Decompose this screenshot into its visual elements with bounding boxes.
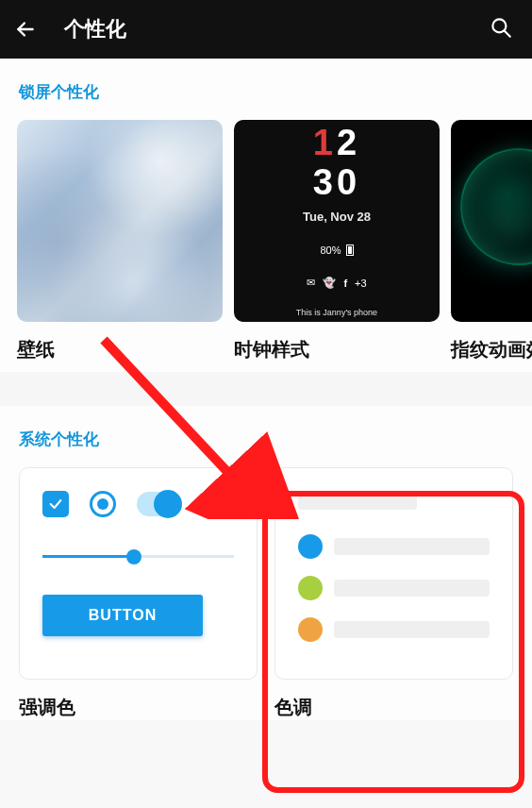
page-title: 个性化 bbox=[64, 15, 483, 43]
tone-row-3 bbox=[298, 617, 490, 642]
label-tone: 色调 bbox=[274, 695, 513, 720]
tone-row-2 bbox=[298, 576, 490, 600]
card-accent-color[interactable]: BUTTON bbox=[19, 467, 258, 680]
radio-icon bbox=[90, 491, 116, 517]
toggle-icon bbox=[137, 492, 182, 516]
clock-date: Tue, Nov 28 bbox=[303, 210, 371, 224]
section-divider bbox=[0, 372, 532, 406]
wallpaper-preview bbox=[17, 120, 223, 322]
section-title-system: 系统个性化 bbox=[0, 406, 532, 467]
checkbox-icon bbox=[42, 491, 69, 517]
tone-row-1 bbox=[298, 534, 490, 559]
tone-bar-2 bbox=[334, 580, 490, 597]
slider-icon bbox=[42, 546, 234, 568]
card-color-tone[interactable] bbox=[274, 467, 513, 680]
tone-dot-orange bbox=[298, 617, 323, 642]
search-icon[interactable] bbox=[483, 9, 519, 49]
lock-cards-row: 壁纸 12 30 Tue, Nov 28 80% ✉ 👻 f +3 This i… bbox=[0, 120, 532, 372]
section-title-lock: 锁屏个性化 bbox=[0, 59, 532, 120]
system-cards-row: BUTTON bbox=[0, 467, 532, 680]
tone-dot-blue bbox=[298, 534, 323, 559]
tone-bar-1 bbox=[334, 538, 490, 555]
notif-extra: +3 bbox=[355, 278, 367, 289]
card-label-wallpaper: 壁纸 bbox=[17, 337, 223, 362]
card-wallpaper[interactable]: 壁纸 bbox=[17, 120, 223, 362]
card-label-fingerprint: 指纹动画效 bbox=[451, 337, 532, 362]
clock-battery: 80% bbox=[320, 244, 353, 256]
facebook-icon: f bbox=[343, 278, 347, 289]
mail-icon: ✉ bbox=[307, 277, 315, 289]
clock-hour: 12 bbox=[313, 125, 360, 160]
tone-dot-green bbox=[298, 576, 323, 600]
back-button[interactable] bbox=[13, 17, 51, 42]
battery-icon bbox=[346, 244, 354, 256]
clock-footer: This is Janny's phone bbox=[296, 308, 377, 317]
accent-controls bbox=[42, 491, 234, 517]
system-labels-row: 强调色 色调 bbox=[0, 680, 532, 720]
clock-preview: 12 30 Tue, Nov 28 80% ✉ 👻 f +3 This is J… bbox=[234, 120, 440, 322]
card-fingerprint[interactable]: 指纹动画效 bbox=[451, 120, 532, 362]
fingerprint-preview bbox=[451, 120, 532, 322]
sample-button: BUTTON bbox=[42, 595, 203, 636]
page-body: 锁屏个性化 壁纸 12 30 Tue, Nov 28 80% ✉ 👻 f +3 bbox=[0, 59, 532, 720]
tone-title-placeholder bbox=[298, 491, 417, 510]
battery-text: 80% bbox=[320, 244, 341, 256]
app-header: 个性化 bbox=[0, 0, 532, 59]
svg-line-1 bbox=[505, 31, 510, 37]
clock-notif-icons: ✉ 👻 f +3 bbox=[307, 277, 366, 289]
clock-minute: 30 bbox=[313, 164, 360, 200]
label-accent: 强调色 bbox=[19, 695, 258, 720]
snapchat-icon: 👻 bbox=[323, 277, 336, 289]
tone-bar-3 bbox=[334, 621, 490, 638]
card-label-clock: 时钟样式 bbox=[234, 337, 440, 362]
card-clock-style[interactable]: 12 30 Tue, Nov 28 80% ✉ 👻 f +3 This is J… bbox=[234, 120, 440, 362]
